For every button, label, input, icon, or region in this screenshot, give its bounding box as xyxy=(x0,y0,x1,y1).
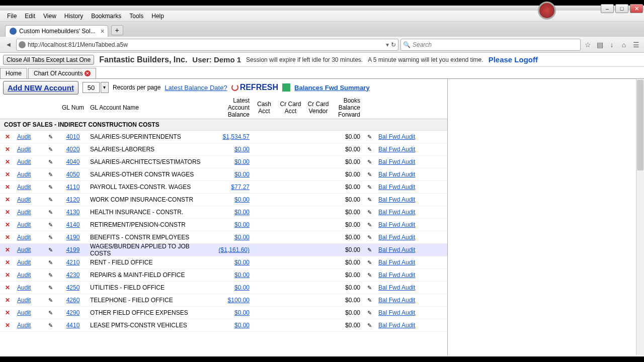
close-all-tabs-button[interactable]: Close All Tabs Except Last One xyxy=(3,55,94,65)
delete-row-button[interactable]: ✕ xyxy=(0,272,15,279)
clipboard-icon[interactable]: ▤ xyxy=(595,40,605,50)
bal-fwd-audit-link[interactable]: Bal Fwd Audit xyxy=(378,246,415,253)
hamburger-menu-icon[interactable]: ☰ xyxy=(631,40,641,50)
audit-link[interactable]: Audit xyxy=(17,309,31,316)
edit-row-button[interactable]: ✎ xyxy=(43,234,58,241)
latest-balance-link[interactable]: $0.00 xyxy=(234,196,250,203)
tab-home[interactable]: Home xyxy=(0,68,27,78)
edit-bbf-button[interactable]: ✎ xyxy=(362,146,376,153)
delete-row-button[interactable]: ✕ xyxy=(0,309,15,316)
edit-bbf-button[interactable]: ✎ xyxy=(362,310,376,316)
bal-fwd-audit-link[interactable]: Bal Fwd Audit xyxy=(378,209,415,216)
bal-fwd-audit-link[interactable]: Bal Fwd Audit xyxy=(378,196,415,203)
refresh-button[interactable]: REFRESH xyxy=(231,83,278,92)
menu-view[interactable]: View xyxy=(39,13,60,20)
menu-help[interactable]: Help xyxy=(147,13,168,20)
gl-number-link[interactable]: 4410 xyxy=(66,322,80,329)
edit-bbf-button[interactable]: ✎ xyxy=(362,259,376,266)
delete-row-button[interactable]: ✕ xyxy=(0,209,15,216)
bal-fwd-audit-link[interactable]: Bal Fwd Audit xyxy=(378,272,415,279)
edit-row-button[interactable]: ✎ xyxy=(43,209,58,216)
vertical-scrollbar[interactable] xyxy=(636,79,644,355)
edit-row-button[interactable]: ✎ xyxy=(43,272,58,279)
balances-fwd-summary-link[interactable]: Balances Fwd Summary xyxy=(294,84,370,92)
bal-fwd-audit-link[interactable]: Bal Fwd Audit xyxy=(378,171,415,178)
audit-link[interactable]: Audit xyxy=(17,259,31,266)
gl-number-link[interactable]: 4140 xyxy=(66,221,80,228)
back-button[interactable]: ◄ xyxy=(3,39,14,50)
edit-bbf-button[interactable]: ✎ xyxy=(362,159,376,165)
edit-row-button[interactable]: ✎ xyxy=(43,171,58,178)
gl-number-link[interactable]: 4290 xyxy=(66,309,80,316)
audit-link[interactable]: Audit xyxy=(17,322,31,329)
delete-row-button[interactable]: ✕ xyxy=(0,284,15,291)
delete-row-button[interactable]: ✕ xyxy=(0,196,15,203)
gl-number-link[interactable]: 4199 xyxy=(66,246,80,253)
audit-link[interactable]: Audit xyxy=(17,272,31,279)
menu-bookmarks[interactable]: Bookmarks xyxy=(87,13,125,20)
edit-row-button[interactable]: ✎ xyxy=(43,322,58,329)
bal-fwd-audit-link[interactable]: Bal Fwd Audit xyxy=(378,234,415,241)
search-input[interactable] xyxy=(413,41,578,48)
edit-bbf-button[interactable]: ✎ xyxy=(362,197,376,203)
edit-bbf-button[interactable]: ✎ xyxy=(362,184,376,191)
bal-fwd-audit-link[interactable]: Bal Fwd Audit xyxy=(378,322,415,329)
new-tab-button[interactable]: + xyxy=(111,25,123,35)
edit-bbf-button[interactable]: ✎ xyxy=(362,322,376,329)
edit-row-button[interactable]: ✎ xyxy=(43,259,58,266)
bal-fwd-audit-link[interactable]: Bal Fwd Audit xyxy=(378,133,415,140)
edit-row-button[interactable]: ✎ xyxy=(43,222,58,228)
audit-link[interactable]: Audit xyxy=(17,196,31,203)
latest-balance-link[interactable]: ($1,161.60) xyxy=(219,246,250,253)
audit-link[interactable]: Audit xyxy=(17,246,31,253)
latest-balance-link[interactable]: $0.00 xyxy=(234,171,250,178)
bal-fwd-audit-link[interactable]: Bal Fwd Audit xyxy=(378,158,415,165)
delete-row-button[interactable]: ✕ xyxy=(0,171,15,178)
page-size-input[interactable] xyxy=(83,82,100,93)
gl-number-link[interactable]: 4250 xyxy=(66,284,80,291)
gl-number-link[interactable]: 4010 xyxy=(66,133,80,140)
edit-row-button[interactable]: ✎ xyxy=(43,285,58,291)
tab-chart-of-accounts[interactable]: Chart Of Accounts ✕ xyxy=(28,68,96,78)
audit-link[interactable]: Audit xyxy=(17,221,31,228)
bal-fwd-audit-link[interactable]: Bal Fwd Audit xyxy=(378,221,415,228)
menu-file[interactable]: File xyxy=(3,13,21,20)
audit-link[interactable]: Audit xyxy=(17,133,31,140)
latest-balance-link[interactable]: $0.00 xyxy=(234,309,250,316)
url-dropdown-icon[interactable]: ▾ xyxy=(384,41,391,48)
gl-number-link[interactable]: 4040 xyxy=(66,158,80,165)
edit-bbf-button[interactable]: ✎ xyxy=(362,209,376,216)
logoff-link[interactable]: Please Logoff xyxy=(489,55,538,64)
latest-balance-link[interactable]: $0.00 xyxy=(234,209,250,216)
edit-bbf-button[interactable]: ✎ xyxy=(362,247,376,253)
latest-balance-link[interactable]: $0.00 xyxy=(234,259,250,266)
audit-link[interactable]: Audit xyxy=(17,209,31,216)
tab-close-button[interactable]: ✕ xyxy=(100,28,105,35)
downloads-icon[interactable]: ↓ xyxy=(607,40,617,50)
latest-balance-link[interactable]: $1,534.57 xyxy=(223,133,250,140)
bal-fwd-audit-link[interactable]: Bal Fwd Audit xyxy=(378,146,415,153)
browser-tab[interactable]: Custom Homebuilders' Sol... ✕ xyxy=(5,25,108,37)
edit-bbf-button[interactable]: ✎ xyxy=(362,272,376,279)
bal-fwd-audit-link[interactable]: Bal Fwd Audit xyxy=(378,309,415,316)
edit-row-button[interactable]: ✎ xyxy=(43,247,58,253)
audit-link[interactable]: Audit xyxy=(17,184,31,191)
edit-bbf-button[interactable]: ✎ xyxy=(362,171,376,178)
gl-number-link[interactable]: 4130 xyxy=(66,209,80,216)
edit-bbf-button[interactable]: ✎ xyxy=(362,297,376,304)
gl-number-link[interactable]: 4260 xyxy=(66,297,80,304)
latest-balance-link[interactable]: $0.00 xyxy=(234,234,250,241)
bal-fwd-audit-link[interactable]: Bal Fwd Audit xyxy=(378,184,415,191)
edit-row-button[interactable]: ✎ xyxy=(43,197,58,203)
delete-row-button[interactable]: ✕ xyxy=(0,246,15,253)
add-new-account-button[interactable]: Add NEW Account xyxy=(3,81,78,95)
delete-row-button[interactable]: ✕ xyxy=(0,322,15,329)
latest-balance-date-link[interactable]: Latest Balance Date? xyxy=(165,84,227,92)
edit-row-button[interactable]: ✎ xyxy=(43,159,58,165)
bal-fwd-audit-link[interactable]: Bal Fwd Audit xyxy=(378,297,415,304)
delete-row-button[interactable]: ✕ xyxy=(0,184,15,191)
edit-bbf-button[interactable]: ✎ xyxy=(362,285,376,291)
latest-balance-link[interactable]: $0.00 xyxy=(234,284,250,291)
gl-number-link[interactable]: 4230 xyxy=(66,272,80,279)
latest-balance-link[interactable]: $0.00 xyxy=(234,322,250,329)
